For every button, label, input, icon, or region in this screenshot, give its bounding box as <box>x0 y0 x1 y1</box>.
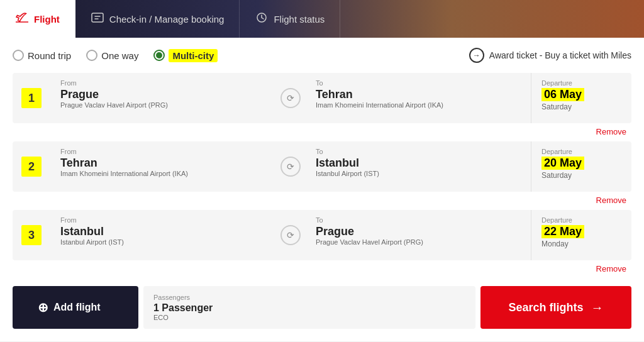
flight-row-3: 3 From Istanbul Istanbul Airport (IST) ⟳… <box>13 210 631 260</box>
flight-1-to-city: Tehran <box>316 88 521 101</box>
flight-1-to[interactable]: To Tehran Imam Khomeini International Ai… <box>306 73 531 123</box>
flight-2-from[interactable]: From Tehran Imam Khomeini International … <box>50 141 275 192</box>
flight-2-to-city: Istanbul <box>316 157 521 170</box>
tab-flight-label: Flight <box>34 14 60 25</box>
round-trip-radio[interactable] <box>13 50 24 61</box>
flight-3-remove-line: Remove <box>13 263 631 275</box>
flight-2-departure-label: Departure <box>541 148 621 155</box>
award-ticket-button[interactable]: → Award ticket - Buy a ticket with Miles <box>469 48 631 63</box>
passengers-label: Passengers <box>153 294 465 301</box>
one-way-option[interactable]: One way <box>86 50 138 61</box>
multi-city-radio[interactable] <box>153 50 165 61</box>
add-flight-icon: ⊕ <box>38 300 48 315</box>
award-icon: → <box>469 48 484 63</box>
status-tab-icon <box>255 12 269 26</box>
flight-1-from-airport: Prague Vaclav Havel Airport (PRG) <box>60 101 265 109</box>
flight-row-3-wrapper: 3 From Istanbul Istanbul Airport (IST) ⟳… <box>13 210 631 277</box>
flight-row-2-wrapper: 2 From Tehran Imam Khomeini Internationa… <box>13 141 631 209</box>
add-flight-button[interactable]: ⊕ Add flight <box>13 286 138 329</box>
flight-3-swap-button[interactable]: ⟳ <box>275 210 306 260</box>
flight-row-1-wrapper: 1 From Prague Prague Vaclav Havel Airpor… <box>13 73 631 140</box>
flight-3-to-city: Prague <box>316 225 521 238</box>
flight-2-from-city: Tehran <box>60 157 265 170</box>
flight-3-number: 3 <box>21 225 42 245</box>
flight-row-2: 2 From Tehran Imam Khomeini Internationa… <box>13 141 631 192</box>
flight-1-from-city: Prague <box>60 88 265 101</box>
checkin-tab-icon <box>91 12 104 26</box>
flight-3-badge: 3 <box>13 210 50 260</box>
flight-1-remove-button[interactable]: Remove <box>594 126 629 138</box>
round-trip-label: Round trip <box>28 50 71 61</box>
flight-3-from-city: Istanbul <box>60 225 265 238</box>
flight-3-to-label: To <box>316 216 521 224</box>
flight-3-departure-date: 22 May <box>541 225 584 238</box>
tab-checkin-label: Check-in / Manage booking <box>109 14 225 25</box>
tab-flight[interactable]: Flight <box>0 0 75 38</box>
tab-status-label: Flight status <box>274 14 325 25</box>
flight-1-remove-line: Remove <box>13 126 631 138</box>
flight-1-from-label: From <box>60 79 265 87</box>
flight-1-departure[interactable]: Departure 06 May Saturday <box>531 73 631 123</box>
flight-3-from[interactable]: From Istanbul Istanbul Airport (IST) <box>50 210 275 260</box>
flight-2-from-airport: Imam Khomeini International Airport (IKA… <box>60 170 265 177</box>
flights-container: 1 From Prague Prague Vaclav Havel Airpor… <box>13 73 631 279</box>
flight-1-departure-label: Departure <box>541 79 621 87</box>
round-trip-option[interactable]: Round trip <box>13 50 71 61</box>
award-ticket-label: Award ticket - Buy a ticket with Miles <box>489 50 631 60</box>
flight-3-to[interactable]: To Prague Prague Vaclav Havel Airport (P… <box>306 210 531 260</box>
multi-city-option[interactable]: Multi-city <box>153 49 218 62</box>
flight-1-to-label: To <box>316 79 521 87</box>
one-way-radio[interactable] <box>86 50 97 61</box>
trip-type-row: Round trip One way Multi-city → Award ti… <box>13 48 631 63</box>
tab-checkin[interactable]: Check-in / Manage booking <box>75 0 240 38</box>
flight-1-departure-date: 06 May <box>541 88 584 101</box>
svg-rect-0 <box>92 13 103 22</box>
flight-3-departure[interactable]: Departure 22 May Monday <box>531 210 631 260</box>
flight-2-swap-button[interactable]: ⟳ <box>275 141 306 192</box>
search-flights-button[interactable]: Search flights → <box>480 286 631 329</box>
flight-2-departure-day: Saturday <box>541 171 621 180</box>
flight-tab-icon <box>15 12 29 26</box>
flight-2-to-label: To <box>316 148 521 155</box>
flight-2-to[interactable]: To Istanbul Istanbul Airport (IST) <box>306 141 531 192</box>
flight-3-to-airport: Prague Vaclav Havel Airport (PRG) <box>316 238 521 246</box>
flight-2-badge: 2 <box>13 141 50 192</box>
passengers-count: 1 Passenger <box>153 302 465 314</box>
flight-3-departure-label: Departure <box>541 216 621 224</box>
passengers-field[interactable]: Passengers 1 Passenger ECO <box>143 286 475 329</box>
add-flight-label: Add flight <box>53 302 101 313</box>
search-flights-label: Search flights <box>508 301 583 314</box>
flight-2-to-airport: Istanbul Airport (IST) <box>316 170 521 177</box>
search-arrow-icon: → <box>591 301 604 315</box>
header-tabs: Flight Check-in / Manage booking Flight … <box>0 0 644 38</box>
flight-2-departure-date: 20 May <box>541 157 584 170</box>
flight-1-number: 1 <box>21 88 42 108</box>
flight-3-from-airport: Istanbul Airport (IST) <box>60 238 265 246</box>
tab-status[interactable]: Flight status <box>240 0 340 38</box>
flight-2-number: 2 <box>21 157 42 177</box>
main-content: Round trip One way Multi-city → Award ti… <box>0 38 644 341</box>
flight-1-to-airport: Imam Khomeini International Airport (IKA… <box>316 101 521 109</box>
bottom-row: ⊕ Add flight Passengers 1 Passenger ECO … <box>13 286 631 329</box>
multi-city-label: Multi-city <box>169 49 218 62</box>
flight-1-from[interactable]: From Prague Prague Vaclav Havel Airport … <box>50 73 275 123</box>
flight-2-from-label: From <box>60 148 265 155</box>
passengers-class: ECO <box>153 314 465 321</box>
flight-2-remove-button[interactable]: Remove <box>594 194 629 206</box>
one-way-label: One way <box>101 50 138 61</box>
flight-3-swap-icon: ⟳ <box>280 225 301 245</box>
flight-1-swap-icon: ⟳ <box>280 88 301 108</box>
flight-3-remove-button[interactable]: Remove <box>594 263 629 275</box>
flight-3-from-label: From <box>60 216 265 224</box>
flight-3-departure-day: Monday <box>541 240 621 248</box>
flight-row-1: 1 From Prague Prague Vaclav Havel Airpor… <box>13 73 631 123</box>
flight-2-swap-icon: ⟳ <box>280 157 301 177</box>
flight-1-badge: 1 <box>13 73 50 123</box>
flight-1-departure-day: Saturday <box>541 102 621 111</box>
flight-2-remove-line: Remove <box>13 194 631 206</box>
flight-1-swap-button[interactable]: ⟳ <box>275 73 306 123</box>
flight-2-departure[interactable]: Departure 20 May Saturday <box>531 141 631 192</box>
